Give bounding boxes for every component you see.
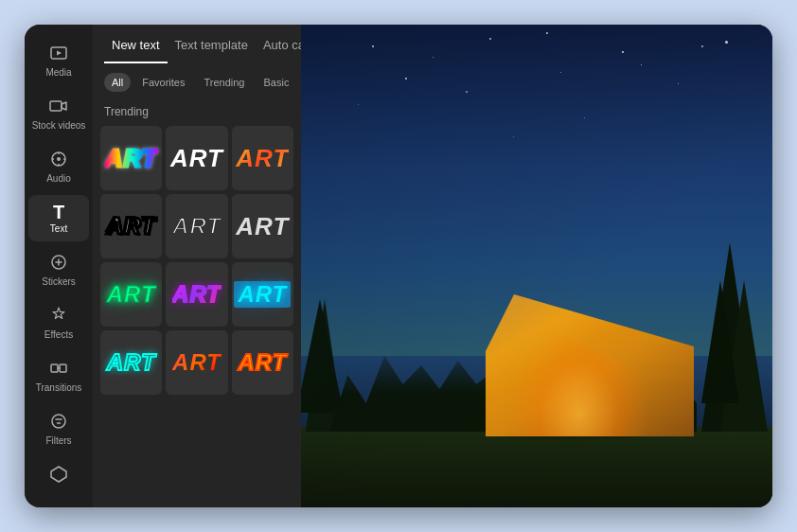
text-panel: New text Text template Auto captions All… — [93, 25, 301, 507]
art-style-3[interactable]: ART — [232, 126, 293, 190]
sidebar-item-label-media: Media — [45, 68, 71, 78]
sidebar-item-effects[interactable]: Effects — [28, 298, 89, 347]
svg-point-3 — [57, 157, 61, 161]
art-style-10[interactable]: ART — [100, 330, 162, 395]
art-text-7: ART — [107, 281, 156, 308]
filter-row: All Favorites Trending Basic Lu ▾ — [93, 63, 301, 101]
art-styles-grid: ART ART ART ART ART ART ART ART — [93, 126, 301, 395]
sidebar-item-more[interactable] — [28, 457, 89, 494]
filter-trending[interactable]: Trending — [196, 73, 252, 92]
art-text-2: ART — [170, 144, 223, 173]
art-style-6[interactable]: ART — [232, 194, 293, 258]
sidebar-item-label-audio: Audio — [46, 174, 71, 184]
sidebar-item-label-stickers: Stickers — [42, 277, 76, 287]
art-style-2[interactable]: ART — [166, 126, 227, 190]
sidebar-item-audio[interactable]: Audio — [28, 142, 89, 191]
text-icon: T — [53, 203, 64, 222]
art-text-11: ART — [172, 349, 221, 376]
section-title-trending: Trending — [93, 101, 301, 126]
sidebar-item-media[interactable]: Media — [28, 36, 89, 85]
svg-rect-1 — [50, 101, 62, 111]
art-style-7[interactable]: ART — [100, 262, 162, 327]
canvas-area — [301, 25, 772, 507]
art-text-3: ART — [236, 144, 289, 173]
art-style-1[interactable]: ART — [100, 126, 162, 190]
stock-videos-icon — [49, 97, 68, 118]
audio-icon — [49, 150, 68, 171]
app-frame: Media Stock videos Audio T — [25, 25, 772, 507]
art-text-10: ART — [107, 349, 156, 376]
sidebar-item-stock-videos[interactable]: Stock videos — [28, 89, 89, 138]
svg-rect-5 — [51, 364, 58, 372]
sidebar-item-label-text: Text — [50, 224, 67, 234]
sidebar-item-text[interactable]: T Text — [28, 195, 89, 241]
art-style-8[interactable]: ART — [166, 262, 227, 327]
tab-text-template[interactable]: Text template — [168, 38, 256, 63]
svg-rect-6 — [60, 364, 66, 372]
svg-point-7 — [52, 415, 65, 428]
media-icon — [49, 44, 68, 65]
art-text-1: ART — [105, 144, 158, 173]
filter-basic[interactable]: Basic — [257, 73, 297, 92]
art-style-12[interactable]: ART — [232, 330, 293, 395]
art-text-12: ART — [238, 349, 287, 376]
sidebar-item-label-stock: Stock videos — [32, 121, 86, 131]
filter-all[interactable]: All — [104, 73, 131, 92]
art-text-4: ART — [107, 213, 156, 239]
sidebar-item-label-filters: Filters — [45, 436, 71, 446]
art-style-4[interactable]: ART — [100, 194, 162, 258]
art-style-9[interactable]: ART — [232, 262, 293, 327]
atmosphere-overlay — [301, 25, 772, 507]
transitions-icon — [49, 359, 68, 381]
effects-icon — [49, 306, 68, 328]
filter-favorites[interactable]: Favorites — [134, 73, 192, 92]
sidebar-item-transitions[interactable]: Transitions — [28, 351, 89, 400]
sidebar-item-filters[interactable]: Filters — [28, 404, 89, 453]
art-style-5[interactable]: ART — [166, 194, 227, 258]
filters-icon — [49, 412, 68, 434]
art-text-6: ART — [236, 212, 289, 241]
sidebar: Media Stock videos Audio T — [25, 25, 93, 507]
art-text-5: ART — [172, 213, 221, 239]
sidebar-item-label-effects: Effects — [44, 330, 73, 340]
tent-scene — [301, 25, 772, 507]
sidebar-item-label-transitions: Transitions — [36, 383, 82, 393]
art-text-8: ART — [172, 281, 221, 308]
art-style-11[interactable]: ART — [166, 330, 227, 395]
panel-tabs: New text Text template Auto captions — [93, 25, 301, 63]
sidebar-item-stickers[interactable]: Stickers — [28, 245, 89, 294]
art-text-9: ART — [234, 281, 291, 308]
stickers-icon — [49, 253, 68, 275]
more-icon — [49, 465, 68, 487]
tab-new-text[interactable]: New text — [104, 38, 168, 63]
